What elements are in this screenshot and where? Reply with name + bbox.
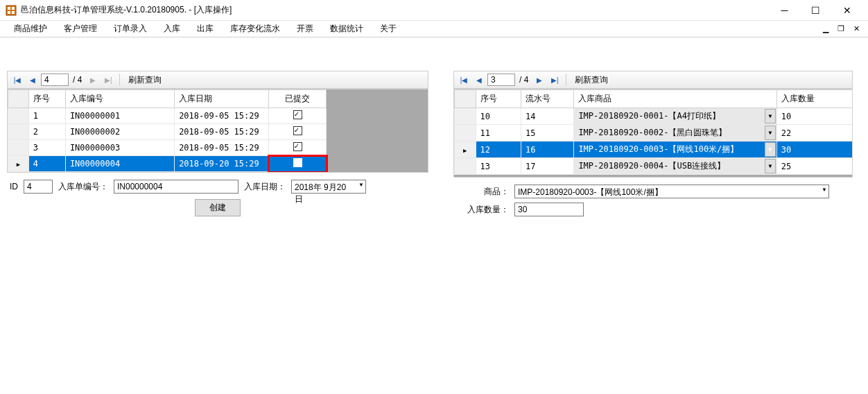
checkbox-icon[interactable] xyxy=(293,142,302,151)
menu-stats[interactable]: 数据统计 xyxy=(322,21,372,37)
nav-first-icon[interactable]: |◀ xyxy=(457,73,471,87)
svg-rect-4 xyxy=(12,11,15,14)
id-input[interactable] xyxy=(24,180,53,194)
chevron-down-icon[interactable]: ▼ xyxy=(765,109,776,123)
date-picker[interactable]: 2018年 9月20日▼ xyxy=(291,180,366,194)
mdi-restore-button[interactable]: ❐ xyxy=(835,24,847,35)
left-navigator: |◀ ◀ / 4 ▶ ▶| 刷新查询 xyxy=(7,71,428,89)
minimize-button[interactable]: ─ xyxy=(769,0,800,21)
refresh-button[interactable]: 刷新查询 xyxy=(571,74,612,86)
checkbox-icon[interactable] xyxy=(293,158,302,167)
col-product[interactable]: 入库商品 xyxy=(574,90,776,108)
table-row[interactable]: 3 IN00000003 2018-09-05 15:29 xyxy=(8,140,327,156)
row-header xyxy=(8,90,29,108)
table-row[interactable]: 11 15 IMP-20180920-0002-【黑白圆珠笔】▼ 22 xyxy=(455,125,853,142)
table-row[interactable]: 1 IN00000001 2018-09-05 15:29 xyxy=(8,108,327,124)
right-navigator: |◀ ◀ / 4 ▶ ▶| 刷新查询 xyxy=(453,71,853,89)
nav-position-input[interactable] xyxy=(41,74,69,86)
nav-next-icon: ▶ xyxy=(86,73,100,87)
mdi-minimize-button[interactable]: ▁ xyxy=(819,24,832,35)
menu-invoice[interactable]: 开票 xyxy=(288,21,322,37)
menu-outbound[interactable]: 出库 xyxy=(189,21,222,37)
svg-rect-2 xyxy=(12,7,15,10)
detail-grid[interactable]: 序号 流水号 入库商品 入库数量 10 14 IMP-20180920-0001… xyxy=(454,89,853,175)
checkbox-icon[interactable] xyxy=(293,110,302,119)
code-input[interactable] xyxy=(114,180,238,194)
table-row[interactable]: 2 IN00000002 2018-09-05 15:29 xyxy=(8,124,327,140)
table-row[interactable]: ▶ 4 IN00000004 2018-09-20 15:29 xyxy=(8,156,327,172)
inbound-panel: |◀ ◀ / 4 ▶ ▶| 刷新查询 序号 入库编号 入库日期 已提交 xyxy=(7,43,428,216)
row-indicator-icon: ▶ xyxy=(463,147,467,154)
col-flow[interactable]: 流水号 xyxy=(521,90,574,108)
menubar: 商品维护 客户管理 订单录入 入库 出库 库存变化流水 开票 数据统计 关于 ▁… xyxy=(0,21,868,37)
nav-total: / 4 xyxy=(517,75,531,85)
table-row[interactable]: 13 17 IMP-20180920-0004-【USB连接线】▼ 25 xyxy=(455,158,853,175)
col-submitted[interactable]: 已提交 xyxy=(269,90,327,108)
col-code[interactable]: 入库编号 xyxy=(65,90,174,108)
maximize-button[interactable]: ☐ xyxy=(800,0,831,21)
chevron-down-icon[interactable]: ▼ xyxy=(765,159,776,173)
id-label: ID xyxy=(10,182,18,191)
nav-next-icon[interactable]: ▶ xyxy=(532,73,546,87)
close-button[interactable]: ✕ xyxy=(831,0,862,21)
mdi-close-button[interactable]: ✕ xyxy=(850,24,862,35)
menu-customer[interactable]: 客户管理 xyxy=(55,21,105,37)
svg-rect-3 xyxy=(8,11,10,14)
nav-last-icon: ▶| xyxy=(101,73,115,87)
nav-prev-icon[interactable]: ◀ xyxy=(472,73,486,87)
menu-product[interactable]: 商品维护 xyxy=(6,21,55,37)
nav-last-icon[interactable]: ▶| xyxy=(548,73,562,87)
row-indicator-icon: ▶ xyxy=(17,161,20,168)
product-label: 商品： xyxy=(484,186,509,198)
col-seq[interactable]: 序号 xyxy=(476,90,521,108)
product-combo[interactable]: IMP-20180920-0003-【网线100米/捆】▼ xyxy=(514,185,829,198)
row-header xyxy=(455,90,476,108)
qty-input[interactable] xyxy=(514,203,584,216)
chevron-down-icon[interactable]: ▼ xyxy=(765,142,776,157)
col-qty[interactable]: 入库数量 xyxy=(776,90,852,108)
svg-rect-1 xyxy=(8,7,10,10)
code-label: 入库单编号： xyxy=(58,181,108,193)
inbound-grid[interactable]: 序号 入库编号 入库日期 已提交 1 IN00000001 2018-09-05… xyxy=(8,89,327,172)
table-row[interactable]: ▶ 12 16 IMP-20180920-0003-【网线100米/捆】▼ 30 xyxy=(455,142,853,158)
app-icon xyxy=(6,5,17,16)
create-button[interactable]: 创建 xyxy=(195,199,241,216)
menu-about[interactable]: 关于 xyxy=(372,21,405,37)
table-row[interactable]: 10 14 IMP-20180920-0001-【A4打印纸】▼ 10 xyxy=(455,108,853,125)
refresh-button[interactable]: 刷新查询 xyxy=(124,74,166,86)
nav-prev-icon[interactable]: ◀ xyxy=(26,73,40,87)
chevron-down-icon: ▼ xyxy=(358,182,364,188)
chevron-down-icon[interactable]: ▼ xyxy=(765,126,776,140)
nav-position-input[interactable] xyxy=(487,74,515,86)
detail-panel: |◀ ◀ / 4 ▶ ▶| 刷新查询 序号 流水号 入库商品 入库数量 xyxy=(453,43,853,216)
col-seq[interactable]: 序号 xyxy=(28,90,65,108)
checkbox-icon[interactable] xyxy=(293,126,302,135)
menu-stockflow[interactable]: 库存变化流水 xyxy=(222,21,288,37)
qty-label: 入库数量： xyxy=(467,204,509,216)
window-title: 邑泊信息科技-订单管理系统-V.1.0.20180905. - [入库操作] xyxy=(21,4,769,16)
col-date[interactable]: 入库日期 xyxy=(175,90,269,108)
titlebar: 邑泊信息科技-订单管理系统-V.1.0.20180905. - [入库操作] ─… xyxy=(0,0,868,21)
menu-inbound[interactable]: 入库 xyxy=(155,21,189,37)
nav-first-icon[interactable]: |◀ xyxy=(10,73,24,87)
date-label: 入库日期： xyxy=(244,181,286,193)
nav-total: / 4 xyxy=(70,75,85,85)
menu-order[interactable]: 订单录入 xyxy=(105,21,155,37)
chevron-down-icon: ▼ xyxy=(822,187,827,193)
